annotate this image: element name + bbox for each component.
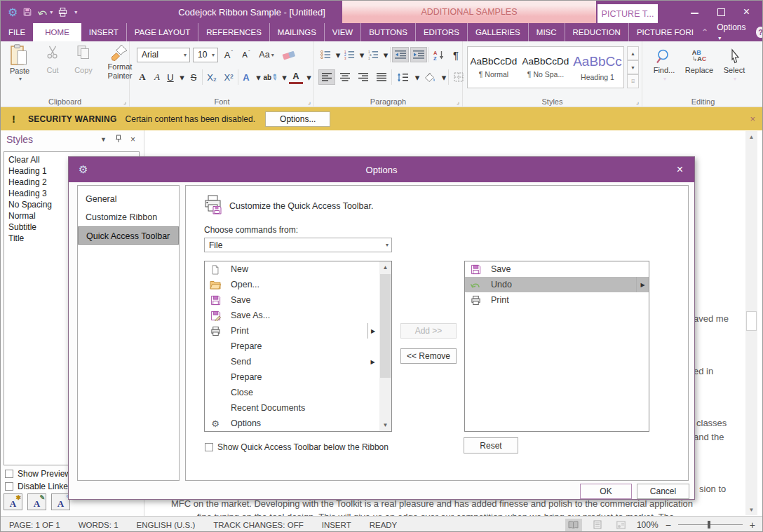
font-size-combobox[interactable]: 10▾	[193, 48, 218, 62]
status-insert-mode[interactable]: INSERT	[322, 521, 351, 529]
italic-button[interactable]: A	[151, 69, 163, 85]
send-submenu-arrow[interactable]: ▶	[367, 354, 378, 369]
nav-item-general[interactable]: General	[78, 190, 179, 208]
commands-list-scrollbar[interactable]: ▲ ▼	[379, 261, 391, 431]
zoom-slider[interactable]	[678, 524, 743, 525]
list-scroll-down-icon[interactable]: ▼	[379, 419, 391, 431]
command-new[interactable]: New	[205, 261, 391, 277]
shading-button[interactable]	[421, 69, 438, 85]
print-submenu-arrow[interactable]: ▶	[367, 323, 378, 339]
qat-print-button[interactable]	[58, 7, 68, 18]
choose-commands-combobox[interactable]: File▾	[204, 238, 392, 252]
replace-button[interactable]: AB ↳AC Replace	[682, 44, 717, 82]
text-effects-button[interactable]: A	[240, 69, 252, 85]
shrink-font-button[interactable]: Aˇ	[239, 47, 253, 62]
align-right-button[interactable]	[355, 69, 372, 85]
numbering-dropdown-arrow[interactable]: ▾	[359, 47, 365, 62]
font-dialog-launcher-icon[interactable]: ⌟	[308, 98, 311, 105]
zoom-out-icon[interactable]: −	[666, 519, 671, 531]
tab-file[interactable]: FILE	[1, 23, 33, 41]
gallery-scroll-up-icon[interactable]: ▲	[627, 46, 639, 60]
tab-misc[interactable]: MISC	[528, 23, 565, 41]
disable-linked-checkbox[interactable]	[5, 482, 13, 491]
tab-picture-format[interactable]: PICTURE FORI	[628, 23, 701, 41]
ok-button[interactable]: OK	[580, 484, 632, 499]
copy-button[interactable]: Copy	[69, 44, 97, 82]
zoom-level[interactable]: 100%	[637, 520, 659, 530]
qat-item-print[interactable]: Print	[465, 292, 649, 308]
contextual-tab-group-header[interactable]: ADDITIONAL SAMPLES	[342, 1, 596, 23]
style-normal[interactable]: AaBbCcDd ¶ Normal	[468, 47, 520, 88]
show-hide-pilcrow-button[interactable]: ¶	[449, 47, 463, 62]
grow-font-button[interactable]: Aˆ	[221, 47, 236, 62]
style-no-spacing[interactable]: AaBbCcDd ¶ No Spa...	[520, 47, 572, 88]
status-track-changes[interactable]: TRACK CHANGES: OFF	[213, 521, 303, 529]
text-effects-dropdown-arrow[interactable]: ▾	[255, 69, 262, 85]
app-icon[interactable]: ⚙	[8, 6, 18, 19]
highlight-button[interactable]: ab✎	[263, 69, 278, 85]
style-heading-1[interactable]: AaBbCc Heading 1	[572, 47, 623, 88]
command-print[interactable]: Print ▶	[205, 323, 391, 339]
bullets-dropdown-arrow[interactable]: ▾	[335, 47, 341, 62]
tab-page-layout[interactable]: PAGE LAYOUT	[126, 23, 198, 41]
scrollbar-thumb[interactable]	[746, 311, 757, 331]
pane-close-icon[interactable]: ×	[130, 135, 135, 144]
manage-styles-button[interactable]: Aº	[51, 493, 70, 510]
zoom-slider-thumb[interactable]	[708, 521, 710, 528]
bullets-button[interactable]	[318, 47, 332, 62]
read-mode-view-icon[interactable]	[565, 519, 582, 531]
pane-dropdown-icon[interactable]: ▼	[100, 136, 107, 143]
select-dropdown-arrow[interactable]: ▾	[734, 76, 736, 82]
list-scrollbar-thumb[interactable]	[380, 274, 391, 378]
bold-button[interactable]: A	[135, 69, 149, 85]
tab-mailings[interactable]: MAILINGS	[269, 23, 324, 41]
clear-formatting-button[interactable]	[280, 47, 298, 62]
add-button[interactable]: Add >>	[400, 323, 457, 339]
scroll-up-icon[interactable]: ▲	[745, 131, 757, 142]
tab-view[interactable]: VIEW	[324, 23, 360, 41]
new-style-button[interactable]: A✱	[4, 493, 22, 510]
print-layout-view-icon[interactable]	[589, 519, 606, 531]
underline-button[interactable]: U	[165, 69, 176, 85]
tab-home[interactable]: HOME	[33, 23, 81, 41]
reset-button[interactable]: Reset	[464, 437, 518, 453]
qat-item-undo[interactable]: Undo ▶	[465, 277, 649, 292]
sort-button[interactable]: AZ	[431, 47, 447, 62]
pane-pin-icon[interactable]	[115, 135, 122, 144]
line-spacing-button[interactable]	[393, 69, 412, 85]
show-preview-checkbox[interactable]	[5, 470, 13, 478]
find-button[interactable]: Find... ▾	[647, 44, 682, 82]
qat-undo-button[interactable]: ▾	[37, 8, 53, 17]
warning-options-button[interactable]: Options...	[265, 111, 330, 127]
styles-dialog-launcher-icon[interactable]: ⌟	[636, 98, 639, 105]
show-qat-below-checkbox[interactable]	[205, 443, 213, 451]
list-scroll-up-icon[interactable]: ▲	[379, 261, 391, 273]
dialog-close-icon[interactable]: ×	[677, 163, 683, 176]
nav-item-quick-access-toolbar[interactable]: Quick Access Toolbar	[78, 226, 179, 245]
web-layout-view-icon[interactable]	[613, 519, 630, 531]
document-vertical-scrollbar[interactable]: ▲ ▼	[745, 131, 757, 515]
undo-submenu-arrow[interactable]: ▶	[636, 277, 649, 292]
minimize-ribbon-chevron-icon[interactable]: ⌃	[701, 27, 708, 37]
tab-reduction[interactable]: REDUCTION	[565, 23, 628, 41]
cut-button[interactable]: Cut	[40, 44, 65, 82]
qat-item-save[interactable]: Save	[465, 261, 649, 277]
minimize-button[interactable]	[691, 8, 699, 16]
command-save-as[interactable]: Save As...	[205, 308, 391, 323]
help-icon[interactable]: ?	[756, 27, 763, 38]
multilevel-list-button[interactable]: 1a1	[366, 47, 380, 62]
highlight-dropdown-arrow[interactable]: ▾	[281, 69, 288, 85]
tab-insert[interactable]: INSERT	[81, 23, 126, 41]
increase-indent-button[interactable]	[410, 47, 427, 62]
command-options[interactable]: ⚙ Options	[205, 416, 391, 431]
undo-dropdown-arrow[interactable]: ▾	[50, 9, 53, 15]
command-send[interactable]: Send ▶	[205, 354, 391, 369]
status-words[interactable]: WORDS: 1	[79, 521, 119, 529]
gallery-more-icon[interactable]: ⍗	[627, 74, 639, 88]
line-spacing-dropdown-arrow[interactable]: ▾	[414, 69, 420, 85]
status-page[interactable]: PAGE: 1 OF 1	[9, 521, 60, 529]
font-name-combobox[interactable]: Arial▾	[137, 48, 190, 62]
cancel-button[interactable]: Cancel	[637, 484, 689, 499]
select-button[interactable]: Select ▾	[717, 44, 752, 82]
numbering-button[interactable]: 123	[342, 47, 356, 62]
